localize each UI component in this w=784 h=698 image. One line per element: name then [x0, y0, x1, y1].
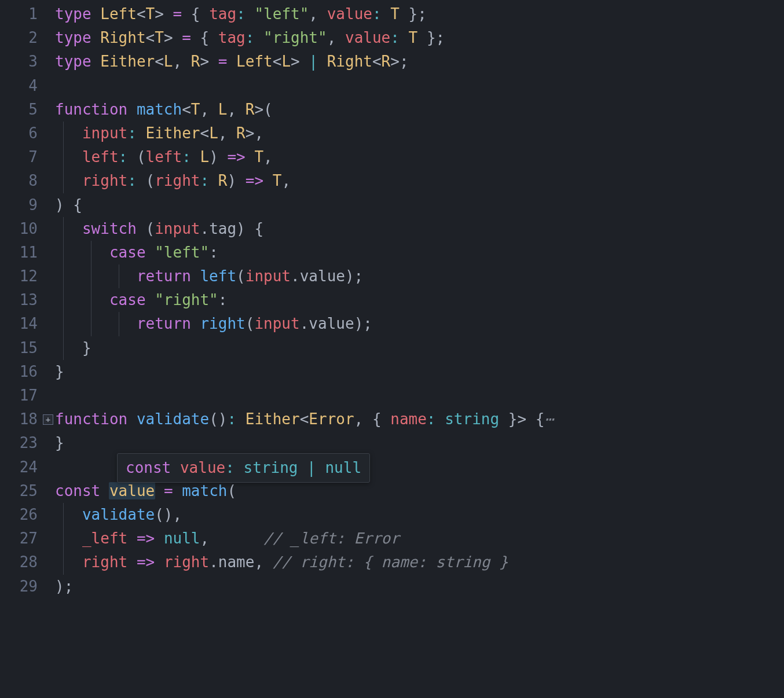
code-line[interactable]: } — [55, 360, 784, 384]
token: right — [164, 553, 209, 571]
code-line[interactable]: return left(input.value); — [55, 264, 784, 288]
code-line[interactable]: right => right.name, // right: { name: s… — [55, 550, 784, 574]
token: value — [109, 482, 155, 499]
code-line[interactable]: _left => null, // _left: Error — [55, 527, 784, 550]
token — [55, 172, 82, 189]
token: value — [327, 5, 372, 23]
token — [55, 220, 82, 237]
indent-guide — [91, 288, 91, 312]
code-line[interactable]: validate(), — [55, 503, 784, 527]
line-number: 3 — [0, 50, 55, 74]
token: { — [536, 410, 545, 428]
token: ( — [137, 220, 155, 237]
code-line[interactable]: ); — [55, 575, 784, 598]
token: type — [55, 53, 91, 70]
token: ) { — [55, 196, 82, 214]
line-number: 15 — [0, 336, 55, 360]
code-line[interactable]: input: Either<L, R>, — [55, 122, 784, 145]
code-line[interactable]: } — [55, 336, 784, 360]
token — [55, 506, 82, 523]
code-line[interactable]: return right(input.value); — [55, 312, 784, 336]
token: R — [382, 53, 391, 70]
token: , — [173, 53, 191, 70]
token: function — [55, 101, 127, 118]
token: ; — [400, 53, 409, 70]
token: , — [200, 530, 264, 547]
token: Either — [146, 124, 200, 142]
token: R — [218, 172, 228, 189]
token: > — [200, 53, 218, 70]
code-line[interactable]: ) { — [55, 193, 784, 217]
token: , — [327, 29, 345, 46]
code-line[interactable]: type Right<T> = { tag: "right", value: T… — [55, 26, 784, 50]
token: . — [300, 315, 309, 332]
token: : — [227, 410, 236, 428]
token: case — [109, 291, 146, 308]
code-line[interactable]: function match<T, L, R>( — [55, 98, 784, 122]
token: > — [291, 53, 309, 70]
token: : — [127, 172, 137, 189]
token: : — [127, 124, 137, 142]
token: "right" — [155, 291, 218, 308]
token: | — [307, 459, 316, 476]
token: : — [200, 172, 210, 189]
indent-guide — [63, 217, 64, 241]
token: , — [309, 5, 327, 23]
token: ( — [127, 148, 145, 166]
token — [235, 459, 244, 476]
token — [316, 459, 325, 476]
token: , — [227, 101, 245, 118]
token — [155, 530, 164, 547]
token: > — [155, 5, 173, 23]
token: < — [137, 5, 146, 23]
token: L — [209, 124, 218, 142]
token: ) — [209, 148, 227, 166]
code-line[interactable]: left: (left: L) => T, — [55, 145, 784, 169]
indent-guide — [119, 312, 119, 336]
indent-guide — [63, 122, 64, 145]
code-line[interactable]: function validate(): Either<Error, { nam… — [55, 407, 784, 431]
token: ); — [345, 267, 363, 285]
line-number: 9 — [0, 193, 55, 217]
line-number: 8 — [0, 169, 55, 193]
code-line[interactable]: } — [55, 431, 784, 455]
token — [209, 172, 218, 189]
token: > — [517, 410, 535, 428]
code-line[interactable]: type Left<T> = { tag: "left", value: T }… — [55, 2, 784, 26]
token: switch — [82, 220, 137, 237]
token: ); — [55, 578, 73, 595]
token: > — [164, 29, 182, 46]
token: > — [254, 101, 263, 118]
token: left — [146, 148, 182, 166]
indent-guide — [63, 145, 64, 169]
token: ) { — [236, 220, 263, 237]
token: L — [200, 148, 210, 166]
indent-guide — [63, 503, 64, 527]
token — [91, 29, 101, 46]
code-line[interactable] — [55, 384, 784, 407]
token: ( — [236, 267, 246, 285]
token: => — [246, 172, 263, 189]
token — [127, 530, 137, 547]
token: => — [137, 530, 155, 547]
token: // _left: Error — [263, 530, 400, 547]
code-line[interactable]: right: (right: R) => T, — [55, 169, 784, 193]
fold-expand-icon[interactable]: + — [43, 414, 53, 425]
code-editor[interactable]: 123456789101112131415161718+232425262728… — [0, 0, 784, 698]
token: input — [254, 315, 299, 332]
token — [55, 267, 137, 285]
code-line[interactable]: case "left": — [55, 241, 784, 264]
token: tag — [218, 29, 246, 46]
gutter: 123456789101112131415161718+232425262728… — [0, 0, 55, 698]
token: type — [55, 5, 91, 23]
code-line[interactable]: switch (input.tag) { — [55, 217, 784, 241]
token: match — [182, 482, 227, 499]
code-line[interactable]: case "right": — [55, 288, 784, 312]
code-line[interactable]: type Either<L, R> = Left<L> | Right<R>; — [55, 50, 784, 74]
token: validate — [82, 506, 155, 523]
token — [236, 410, 246, 428]
token — [400, 29, 409, 46]
code-area[interactable]: type Left<T> = { tag: "left", value: T }… — [55, 0, 784, 698]
line-number: 25 — [0, 479, 55, 503]
code-line[interactable] — [55, 74, 784, 98]
